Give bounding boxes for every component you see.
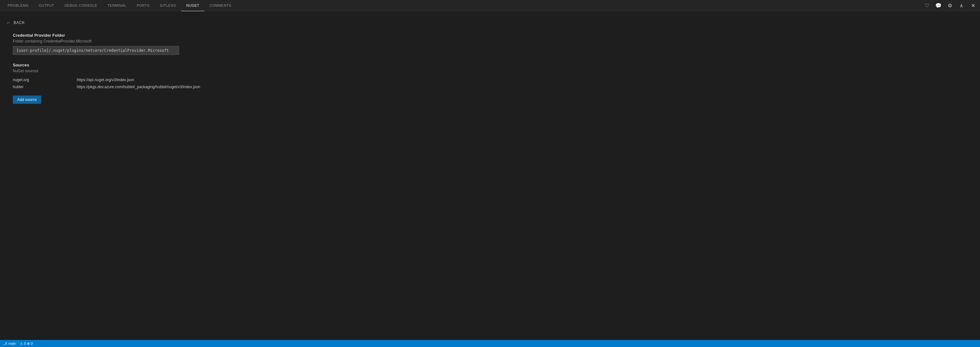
- status-branch-label: ⎇ main: [3, 342, 16, 346]
- chevron-up-icon[interactable]: ∧: [957, 1, 966, 10]
- source-url: https://api.nuget.org/v3/index.json: [77, 78, 134, 82]
- heart-icon[interactable]: ♡: [923, 1, 931, 10]
- tab-bar-left: PROBLEMSOUTPUTDEBUG CONSOLETERMINALPORTS…: [3, 0, 236, 11]
- add-source-button[interactable]: Add source: [13, 95, 41, 104]
- tab-comments[interactable]: COMMENTS: [204, 0, 236, 11]
- status-item-branch[interactable]: ⎇ main: [3, 342, 16, 346]
- sources-desc: NuGet sources: [13, 69, 275, 73]
- chat-icon[interactable]: 💬: [934, 1, 943, 10]
- back-button[interactable]: ← BACK: [0, 17, 31, 28]
- source-name: hubtel: [13, 85, 77, 89]
- status-item-errors[interactable]: ⚠ 0 ⊗ 0: [20, 342, 33, 346]
- credential-provider-desc: Folder containing CredentialProvider.Mic…: [13, 39, 275, 43]
- content-area: ← BACK Credential Provider Folder Folder…: [0, 11, 980, 109]
- tab-problems[interactable]: PROBLEMS: [3, 0, 33, 11]
- credential-provider-section: Credential Provider Folder Folder contai…: [13, 33, 275, 55]
- sources-title: Sources: [13, 63, 275, 67]
- tab-output[interactable]: OUTPUT: [33, 0, 59, 11]
- tab-nuget[interactable]: NUGET: [181, 0, 204, 11]
- main-content: Credential Provider Folder Folder contai…: [0, 28, 288, 109]
- source-url: https://pkgs.dev.azure.com/hubtel/_packa…: [77, 85, 200, 89]
- source-row: hubtelhttps://pkgs.dev.azure.com/hubtel/…: [13, 83, 275, 90]
- source-row: nuget.orghttps://api.nuget.org/v3/index.…: [13, 76, 275, 83]
- source-name: nuget.org: [13, 78, 77, 82]
- tab-ports[interactable]: PORTS: [132, 0, 154, 11]
- close-icon[interactable]: ✕: [969, 1, 977, 10]
- settings-icon[interactable]: ⚙: [945, 1, 955, 10]
- tab-debug-console[interactable]: DEBUG CONSOLE: [59, 0, 102, 11]
- back-arrow-icon: ←: [6, 20, 11, 25]
- tab-gitlens[interactable]: GITLENS: [155, 0, 181, 11]
- tab-bar: PROBLEMSOUTPUTDEBUG CONSOLETERMINALPORTS…: [0, 0, 980, 11]
- sources-section: Sources NuGet sources nuget.orghttps://a…: [13, 63, 275, 104]
- tab-terminal[interactable]: TERMINAL: [102, 0, 132, 11]
- status-errors-label: ⚠ 0 ⊗ 0: [20, 342, 33, 346]
- credential-provider-input[interactable]: [13, 46, 179, 55]
- status-bar: ⎇ main ⚠ 0 ⊗ 0: [0, 340, 980, 347]
- credential-provider-title: Credential Provider Folder: [13, 33, 275, 38]
- tab-bar-right: ♡ 💬 ⚙ ∧ ✕: [923, 1, 977, 10]
- sources-table: nuget.orghttps://api.nuget.org/v3/index.…: [13, 76, 275, 90]
- back-label: BACK: [14, 21, 25, 25]
